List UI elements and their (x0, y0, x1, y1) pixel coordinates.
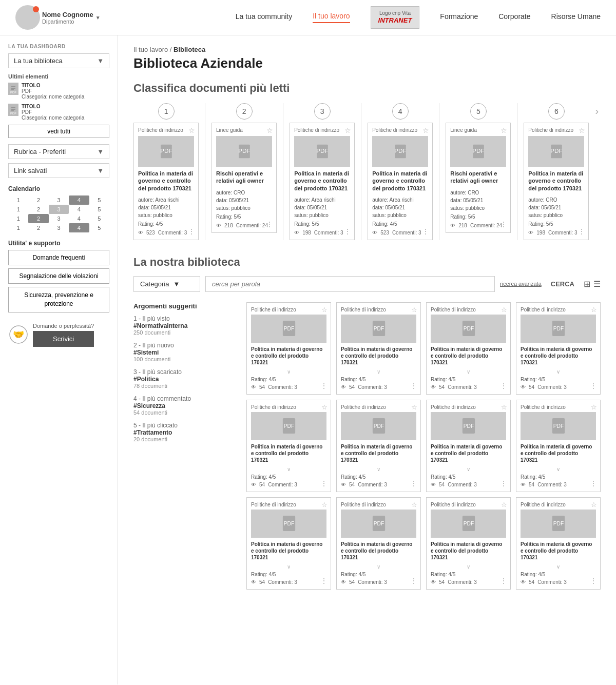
advanced-search-link[interactable]: ricerca avanzata (500, 281, 542, 287)
grid-card-10-comments: Commenti: 3 (358, 579, 387, 585)
scrivici-button[interactable]: Scrivici (33, 331, 94, 347)
svg-text:PDF: PDF (550, 147, 562, 154)
grid-view-toggle[interactable]: ⊞ (584, 279, 590, 289)
grid-card-11-star[interactable]: ☆ (501, 501, 507, 508)
rank-4-circle: 4 (392, 103, 409, 120)
card-2-more[interactable]: ⋮ (266, 220, 273, 228)
grid-card-11-thumb: PDF (431, 510, 506, 538)
grid-card-3-views: 54 (439, 384, 445, 390)
grid-card-6-stats: 👁 54 Commenti: 3 (341, 482, 416, 487)
grid-card-7-more[interactable]: ⋮ (500, 479, 507, 487)
topic-3-tag[interactable]: #Politica (133, 376, 236, 383)
grid-card-1-comments: Commenti: 3 (268, 384, 297, 390)
grid-card-8-type: Politiche di indirizzo (521, 404, 596, 410)
grid-card-4-stats: 👁 54 Commenti: 3 (521, 384, 596, 390)
nav-item-corporate[interactable]: Corporate (498, 12, 530, 23)
grid-card-9-more[interactable]: ⋮ (320, 577, 328, 585)
grid-card-12-comments: Commenti: 3 (537, 579, 567, 585)
rubrica-label: Rubrica - Preferiti (14, 148, 66, 155)
grid-card-4-star[interactable]: ☆ (591, 306, 597, 314)
card-6-views-icon: 👁 (528, 230, 533, 236)
grid-card-12-star[interactable]: ☆ (591, 501, 597, 508)
grid-card-4-more[interactable]: ⋮ (590, 382, 597, 390)
topic-5-tag[interactable]: #Trattamento (133, 429, 236, 436)
grid-card-5-more[interactable]: ⋮ (320, 479, 328, 487)
grid-card-1-star[interactable]: ☆ (321, 306, 328, 314)
divider-5 (517, 103, 517, 240)
card-3-star[interactable]: ☆ (344, 126, 351, 134)
nav-item-lavoro[interactable]: Il tuo lavoro (313, 12, 350, 23)
rank-2-circle: 2 (236, 103, 253, 120)
avatar-status-dot (33, 6, 39, 12)
card-2-title: Rischi operativi e relativi agli owner (216, 170, 272, 185)
grid-card-8-more[interactable]: ⋮ (590, 479, 597, 487)
grid-card-8-stats: 👁 54 Commenti: 3 (521, 482, 596, 487)
card-2-star[interactable]: ☆ (266, 126, 273, 134)
list-view-toggle[interactable]: ☰ (593, 279, 601, 289)
vedi-tutti-button[interactable]: vedi tutti (8, 125, 109, 138)
grid-card-2-star[interactable]: ☆ (411, 306, 417, 314)
topic-4-tag[interactable]: #Sicurezza (133, 402, 236, 409)
grid-card-11-more[interactable]: ⋮ (500, 577, 507, 585)
user-menu[interactable]: Nome Cognome Dipartimento ▼ (15, 5, 108, 30)
divider-3 (361, 103, 361, 240)
card-6-star[interactable]: ☆ (579, 126, 585, 134)
recent-item-2-title: TITOLO (22, 104, 84, 109)
nav-item-community[interactable]: La tua community (236, 12, 293, 23)
search-button[interactable]: CERCA (551, 280, 574, 288)
card-6-more[interactable]: ⋮ (578, 227, 585, 236)
violations-button[interactable]: Segnalazione delle violazioni (8, 268, 109, 284)
svg-text:PDF: PDF (463, 423, 474, 429)
cal-cell: 5 (89, 223, 109, 232)
topic-1-tag[interactable]: #Normativainterna (133, 322, 236, 329)
grid-card-9-star[interactable]: ☆ (321, 501, 328, 508)
nav-item-risorse[interactable]: Risorse Umane (551, 12, 601, 23)
link-dropdown[interactable]: Link salvati ▼ (8, 163, 109, 178)
grid-card-10-more[interactable]: ⋮ (410, 577, 417, 585)
cal-cell: 1 (8, 223, 28, 232)
grid-card-10-type: Politiche di indirizzo (341, 502, 416, 507)
grid-card-8-star[interactable]: ☆ (591, 403, 597, 411)
grid-card-9-rating: Rating: 4/5 (251, 572, 326, 577)
card-4-thumb: PDF (372, 136, 428, 167)
grid-card-10-star[interactable]: ☆ (411, 501, 417, 508)
grid-card-2-more[interactable]: ⋮ (410, 382, 417, 390)
card-1-stats: 👁 523 Commenti: 3 (138, 230, 194, 236)
grid-card-7: Politiche di indirizzo ☆ PDF Politica in… (426, 400, 511, 492)
card-1-star[interactable]: ☆ (188, 126, 195, 134)
card-2-type: Linee guida (216, 127, 272, 133)
card-1-more[interactable]: ⋮ (188, 227, 195, 236)
rubrica-dropdown[interactable]: Rubrica - Preferiti ▼ (8, 144, 109, 159)
grid-card-6-more[interactable]: ⋮ (410, 479, 417, 487)
card-3-more[interactable]: ⋮ (344, 227, 351, 236)
grid-card-5-star[interactable]: ☆ (321, 403, 328, 411)
next-arrow[interactable]: › (593, 103, 601, 119)
grid-card-3-more[interactable]: ⋮ (500, 382, 507, 390)
card-4-star[interactable]: ☆ (422, 126, 429, 134)
security-button[interactable]: Sicurezza, prevenzione e protezione (8, 287, 109, 312)
nav-item-formazione[interactable]: Formazione (440, 12, 478, 23)
card-3-rating: Rating: 5/5 (294, 221, 350, 227)
grid-card-3-star[interactable]: ☆ (501, 306, 507, 314)
grid-card-2: Politiche di indirizzo ☆ PDF Politica in… (336, 302, 421, 395)
search-input[interactable] (205, 276, 495, 292)
card-5-more[interactable]: ⋮ (500, 220, 507, 228)
category-dropdown[interactable]: Categoria ▼ (133, 276, 200, 292)
card-4-more[interactable]: ⋮ (422, 227, 429, 236)
grid-card-6-star[interactable]: ☆ (411, 403, 417, 411)
card-5-title: Rischi operativi e relativi agli owner (450, 170, 506, 185)
topic-item-2: 2 - Il più nuovo #Sistemi 100 documenti (133, 342, 236, 362)
svg-text:PDF: PDF (283, 326, 294, 331)
cal-cell: 5 (89, 195, 109, 205)
grid-card-7-star[interactable]: ☆ (501, 403, 507, 411)
card-5-star[interactable]: ☆ (500, 126, 507, 134)
grid-card-12-more[interactable]: ⋮ (590, 577, 597, 585)
main-content: Il tuo lavoro / Biblioteca Biblioteca Az… (118, 35, 616, 684)
library-dropdown[interactable]: La tua biblioteca ▼ (8, 53, 109, 68)
grid-card-1-more[interactable]: ⋮ (320, 382, 328, 390)
topic-2-tag[interactable]: #Sistemi (133, 349, 236, 356)
faq-button[interactable]: Domande frequenti (8, 250, 109, 265)
grid-card-2-type: Politiche di indirizzo (341, 307, 416, 312)
grid-card-9-comments: Commenti: 3 (268, 579, 297, 585)
ranking-card-2: 2 Linee guida ☆ PDF Rischi operativi e r… (211, 103, 277, 233)
